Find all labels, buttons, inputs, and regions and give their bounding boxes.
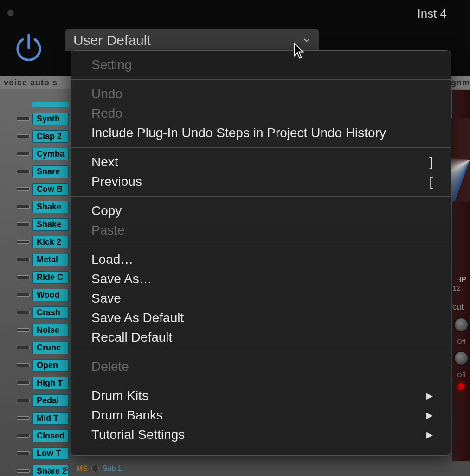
fader-stub[interactable] [17,152,30,156]
menu-save-default-label: Save As Default [91,311,184,325]
track-row[interactable]: High T [17,374,71,392]
close-window-button[interactable] [7,10,14,16]
ms-label[interactable]: MS [77,464,88,473]
track-row[interactable]: Synth [17,110,71,127]
fader-stub[interactable] [17,416,30,420]
track-pill[interactable]: Crunc [32,342,69,354]
track-pill[interactable]: Clap 2 [32,130,69,143]
fader-stub[interactable] [17,240,30,244]
fader-stub[interactable] [17,469,30,473]
track-row[interactable]: Crunc [17,339,71,356]
track-pill[interactable]: Pedal [32,394,69,407]
fader-stub[interactable] [17,258,30,261]
track-pill[interactable]: Low T [32,447,69,460]
track-pill[interactable]: Snare [32,165,69,178]
fader-stub[interactable] [17,275,30,279]
track-pill[interactable]: Mid T [32,412,69,425]
menu-recall-default[interactable]: Recall Default [71,328,451,347]
menu-tutorial-label: Tutorial Settings [91,427,185,442]
track-pill[interactable]: High T [32,377,69,389]
track-row[interactable]: Shake [17,198,71,216]
fader-stub[interactable] [17,363,30,367]
fader-stub[interactable] [17,205,30,209]
track-pill[interactable]: Noise [32,324,69,336]
cutoff-knob[interactable] [454,317,469,332]
titlebar: Inst 4 [0,0,470,25]
track-pill[interactable]: Shake [32,218,69,231]
track-pill[interactable]: Metal [32,254,69,266]
fader-stub[interactable] [17,293,30,297]
track-pill[interactable]: Crash [32,306,69,319]
filter-dial[interactable] [451,118,470,202]
small-knob[interactable] [91,465,99,472]
menu-save-default[interactable]: Save As Default [71,308,451,328]
menu-include-undo-label: Include Plug-In Undo Steps in Project Un… [91,126,386,140]
fader-stub[interactable] [17,451,30,455]
track-pill[interactable]: Cow B [32,183,69,196]
menu-save[interactable]: Save [71,289,451,308]
fader-stub[interactable] [17,222,30,226]
track-row[interactable]: Ride C [17,268,71,286]
track-row[interactable]: Noise [17,321,71,339]
menu-save-as[interactable]: Save As… [71,269,451,289]
fader-stub[interactable] [17,117,30,121]
preset-dropdown[interactable]: User Default [65,29,319,51]
fader-stub[interactable] [17,434,30,438]
fader-stub[interactable] [17,187,30,191]
track-row[interactable]: Snare [17,163,71,180]
track-pill[interactable]: Shake [32,201,69,213]
instrument-label: Inst 4 [417,6,447,21]
menu-drum-kits[interactable]: Drum Kits ▶ [71,386,451,406]
menu-save-as-label: Save As… [91,272,152,286]
menu-load[interactable]: Load… [71,250,451,269]
track-pill[interactable]: Kick 2 [32,236,69,248]
menu-drum-banks[interactable]: Drum Banks ▶ [71,406,451,425]
fader-stub[interactable] [17,399,30,402]
fader-stub[interactable] [17,381,30,385]
power-icon[interactable] [12,31,45,64]
track-pill[interactable]: Closed [32,430,69,442]
track-row[interactable]: Shake [17,216,71,233]
fader-stub[interactable] [17,328,30,332]
track-row[interactable]: Cymba [17,145,71,163]
menu-delete: Delete [71,357,451,376]
track-row[interactable]: Kick 2 [17,233,71,251]
track-row[interactable]: Snare 2 [17,462,71,476]
submenu-arrow-icon: ▶ [426,430,433,440]
menu-tutorial[interactable]: Tutorial Settings ▶ [71,425,451,444]
slope-label: 12 [452,284,470,292]
track-row[interactable]: Metal [17,251,71,268]
track-row[interactable]: Mid T [17,409,71,427]
track-pill[interactable]: Snare 2 [32,465,69,476]
track-row[interactable]: Clap 2 [17,127,71,145]
track-row[interactable]: Pedal [17,392,71,409]
menu-copy-label: Copy [91,203,122,218]
track-row[interactable]: Cow B [17,180,71,198]
track-row[interactable]: Wood [17,286,71,304]
fader-stub[interactable] [17,346,30,349]
track-row[interactable]: Open [17,356,71,374]
menu-next[interactable]: Next ] [71,152,451,172]
menu-previous-shortcut: [ [429,174,433,189]
track-pill[interactable]: Wood [32,289,69,301]
menu-previous[interactable]: Previous [ [71,172,451,191]
resonance-knob[interactable] [454,351,469,366]
menu-setting-label: Setting [91,57,132,72]
menu-separator [71,196,451,197]
fader-stub[interactable] [17,311,30,314]
track-pill[interactable]: Open [32,359,69,372]
fader-stub[interactable] [17,170,30,173]
track-row[interactable]: Closed [17,427,71,444]
menu-separator [71,381,451,381]
fader-stub[interactable] [17,134,30,138]
sq-label: sq [64,464,73,473]
menu-include-undo[interactable]: Include Plug-In Undo Steps in Project Un… [71,123,451,143]
track-pill[interactable]: Synth [32,113,69,125]
track-pill[interactable]: Cymba [32,148,69,160]
track-pill[interactable]: Ride C [32,271,69,284]
track-row[interactable]: Low T [17,444,71,462]
menu-copy[interactable]: Copy [71,201,451,221]
submenu-arrow-icon: ▶ [426,391,433,401]
track-row[interactable]: Crash [17,304,71,321]
hp-label: HP [452,276,470,284]
